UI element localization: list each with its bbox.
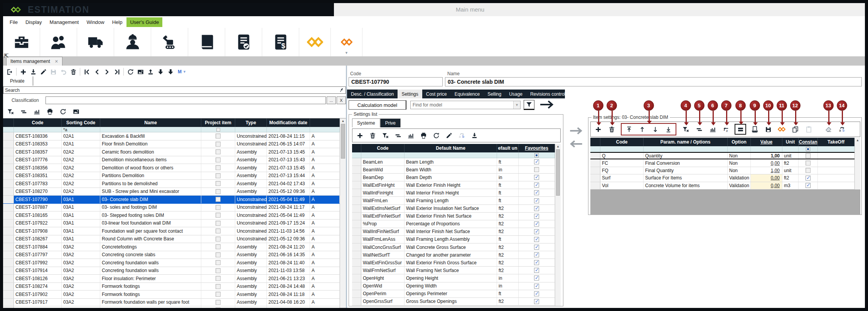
column-header-param-name-options[interactable]: Param. name / Options [644,138,728,146]
funnel-x-button[interactable] [681,125,691,134]
setting-row-WallExtInsNetSurf[interactable]: WallExtInsNetSurfWall Exterior Insulatio… [352,205,561,213]
param-row-Q[interactable]: QQuantityNon1,00unit [590,152,860,159]
items-row-CBEST-108147[interactable]: CBEST-10814703A2Foundations waterproofin… [3,306,346,308]
close-tab-icon[interactable]: ✕ [55,59,58,64]
setting-row-BeamLen[interactable]: BeamLenBeam Lengthft [352,158,561,166]
find-for-model-combo[interactable]: Find for model ▼ [410,101,521,109]
toolbar-users-button[interactable] [40,28,77,56]
arrow-top-button[interactable] [624,125,634,134]
toolbar-truck-button[interactable] [77,28,114,56]
favourite-checkbox[interactable] [534,221,539,226]
search-input[interactable]: Search [3,86,346,94]
plus-button[interactable] [593,125,603,134]
favourite-checkbox[interactable] [534,206,539,211]
vertical-scrollbar[interactable]: ▲ [340,118,346,308]
equals2-button[interactable] [694,125,704,134]
param-row-FC[interactable]: FCFinal ConversionNon0,00ft2 [590,159,860,167]
column-header-modification-date[interactable]: Modification date [267,118,310,127]
items-row-CBEST-107783[interactable]: CBEST-10778302A2Partitions to be demolis… [3,180,346,188]
favourite-checkbox[interactable] [534,284,539,289]
setting-row-WallExtFinNetSurf[interactable]: WallExtFinNetSurfWall Exterior Finish Ne… [352,213,561,220]
items-row-CBEST-107884[interactable]: CBEST-10788403A2ConcretefootingsAssembly… [3,243,346,251]
constant-checkbox[interactable] [806,153,811,158]
column-header-default-unit[interactable]: efault un [497,144,519,152]
detail-tab-cost-price[interactable]: Cost price [422,90,451,98]
toolbar-worker-button[interactable] [114,28,151,56]
model-go-arrow-button[interactable] [539,100,555,111]
column-header-constan[interactable]: Constan [799,138,818,146]
vertical-scrollbar[interactable]: ▲ [855,138,860,189]
import-button[interactable] [469,131,479,140]
undo-button[interactable] [58,67,68,76]
arrow-bottom-button[interactable] [663,125,673,134]
items-row-CBEST-108165[interactable]: CBEST-10816503A103- Stepped footing sole… [3,211,346,220]
setting-row-OpenHght[interactable]: OpenHghtOpening Heightin [352,274,561,282]
favourite-checkbox[interactable] [534,237,539,242]
project-item-checkbox[interactable] [216,221,221,226]
constant-checkbox[interactable] [806,176,811,181]
trash-button[interactable] [367,131,378,140]
setting-row-Prop[interactable]: %PropPercentage of Proportionsft2 [352,220,561,228]
favourite-checkbox[interactable] [534,159,539,164]
setting-row-OpenGrssSurf[interactable]: OpenGrssSurfGross Surface Openingsft2 [352,298,561,306]
items-row-CBEST-107908[interactable]: CBEST-10790803A1Foundation wall per squa… [3,227,346,235]
project-item-checkbox[interactable] [216,149,221,154]
code-field[interactable]: CBEST-107790 [349,77,443,86]
items-row-CBEST-108351[interactable]: CBEST-10835102A2Partitions DemolitionAss… [3,172,346,180]
toolbar-excavator-button[interactable] [151,28,188,56]
project-item-checkbox[interactable] [216,173,221,178]
constant-filter-checkbox[interactable] [806,147,810,151]
image-button[interactable] [135,67,145,76]
toolbar-doc-check-button[interactable] [225,28,262,56]
column-header-name[interactable]: Name [100,118,201,127]
items-row-CBEST-108126[interactable]: CBEST-10812603A2Floor insulation: Perime… [3,275,346,283]
setting-row-WallIntFinHght[interactable]: WallIntFinHghtWall Interior Finish Heigh… [352,189,561,197]
fx-button[interactable]: fx [721,125,731,134]
funnel-x-button[interactable] [5,107,15,116]
image-button[interactable] [71,107,81,116]
favourite-checkbox[interactable] [534,299,539,304]
value-cell[interactable]: 1,00 [751,153,782,159]
import-button[interactable] [28,67,38,76]
project-item-checkbox[interactable] [216,197,221,202]
favourite-checkbox[interactable] [534,167,539,172]
nav-first-button[interactable] [82,67,92,76]
m-caret-icon[interactable]: ▼ [183,70,186,74]
items-row-CBEST-108274[interactable]: CBEST-10827403A2Formwork footingsAssembl… [3,283,346,291]
chart-button[interactable] [32,107,42,116]
setting-row-WallConcGrssSurf[interactable]: WallConcGrssSurfWall Concrete Gross Surf… [352,243,561,251]
favourite-checkbox[interactable] [534,260,539,265]
copy-button[interactable] [790,125,800,134]
column-header-type[interactable]: Type [235,118,267,127]
items-row-CBEST-107776[interactable]: CBEST-10777602A2Demolition miscellaneous… [3,156,346,164]
door-exit-button[interactable] [5,67,15,76]
detail-tab-revisions-control[interactable]: Revisions control [526,90,569,98]
setting-row-BeamWid[interactable]: BeamWidBeam Widthin [352,166,561,174]
constant-checkbox[interactable] [806,161,811,166]
eraser-button[interactable] [823,125,833,134]
favourite-checkbox[interactable] [534,276,539,281]
detail-tab-selling[interactable]: Selling [484,90,505,98]
thick-equals-button[interactable] [735,124,746,135]
refresh-button[interactable] [431,131,441,140]
classification-input[interactable] [46,96,326,104]
equals2-button[interactable] [393,131,403,140]
ab-button[interactable]: ab [837,125,847,134]
favourite-checkbox[interactable] [534,183,539,188]
project-item-checkbox[interactable] [216,228,221,233]
trash-button[interactable] [607,125,617,134]
trash-button[interactable] [68,67,78,76]
value-cell[interactable]: 0,00 [751,174,782,181]
name-field[interactable]: 03- Concrete slab DIM [445,77,862,86]
project-item-checkbox[interactable] [216,181,221,186]
toolbar-diamonds-button[interactable] [299,28,331,56]
floppy-button[interactable] [763,125,773,134]
project-item-checkbox[interactable] [216,268,221,273]
panel-splitter[interactable] [346,66,347,308]
items-row-CBEST-108267[interactable]: CBEST-10826703A1Round Column with Concre… [3,235,346,243]
items-row-CBEST-107887[interactable]: CBEST-10788703A103- soles and footings D… [3,204,346,212]
classification-clear-button[interactable]: X [337,96,346,104]
items-row-CBEST-108336[interactable]: CBEST-10833602A1Excavation & BackfillUnc… [3,132,346,140]
param-row-Vol[interactable]: VolConcrete Volume for itemsValidation0,… [590,182,860,189]
detail-tab-usage[interactable]: Usage [505,90,526,98]
